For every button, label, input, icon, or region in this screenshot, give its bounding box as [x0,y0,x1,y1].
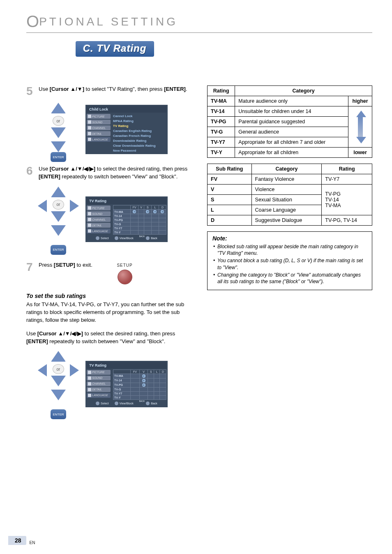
osd-tab: DETAIL [87,131,111,136]
osd-header: TV Rating [87,362,166,369]
arrow-right-icon [70,200,79,212]
arrow-down-icon [51,127,66,138]
dpad-or-label: or [53,200,64,210]
osd-tab: SOUND [87,211,111,216]
dpad-illustration: or ENTER [39,351,78,417]
osd-tab: CHANNEL [87,125,111,130]
dpad-illustration: or ENTER [39,103,78,156]
sub-ratings-para1: As for TV-MA, TV-14, TV-PG, or TV-Y7, yo… [26,301,191,324]
note-title: Note: [212,235,367,242]
osd-tab: LANGUAGE [87,137,111,142]
arrow-up-icon [356,111,366,117]
note-item: Blocked sub rating will appear beside th… [212,243,367,256]
lower-label: lower [348,148,372,158]
arrow-left-icon [38,364,47,376]
rating-table: Rating Category TV-MA Mature audience on… [207,85,372,158]
rating-th-cat: Category [235,86,372,96]
setup-button-illustration: SETUP [117,263,132,285]
osd-tab: SOUND [87,376,111,381]
osd-rating-grid: FVVSLD TV-MA⊘ TV-14⊘ TV-PG⊘ TV-G TV-Y7 T… [111,369,166,400]
step7-number: 7 [26,261,35,285]
arrow-down-icon [51,390,66,400]
sub-ratings-para2: Use [Cursor ▲/▼/◀/▶] to select the desir… [26,330,191,346]
arrow-left-icon [38,200,47,212]
section-title-badge: C. TV Rating [76,41,154,57]
osd-tab: PICTURE [87,370,111,375]
osd-tab: CHANNEL [87,217,111,222]
step6-text: Use [Cursor ▲/▼/◀/▶] to select the desir… [39,165,191,181]
step7-text: Press [SETUP] to exit. SETUP [39,261,191,285]
osd-tab: DETAIL [87,223,111,228]
osd-tab: SOUND [87,120,111,125]
note-box: Note: Blocked sub rating will appear bes… [207,231,372,290]
note-item: You cannot block a sub rating (D, L, S o… [212,257,367,270]
header-rule [26,32,372,33]
osd-header: TV Rating [87,198,166,204]
arrow-down-icon [51,141,66,152]
osd-tvrating-panel: TV Rating PICTURE SOUND CHANNEL DETAIL L… [85,361,168,407]
osd-tab: LANGUAGE [87,393,111,398]
rating-arrow-cell [348,106,372,148]
arrow-down-icon [51,225,66,236]
osd-tab: CHANNEL [87,381,111,386]
sub-ratings-heading: To set the sub ratings [26,293,191,299]
dpad-illustration: or ENTER [39,187,78,252]
page-header: OPTIONAL SETTING [26,12,372,31]
osd-tab: PICTURE [87,114,111,119]
osd-rating-grid: FVVSLD TV-MA⊘⊘⊘⊘ TV-14 TV-PG TV-G TV-Y7 … [111,205,166,235]
osd-header: Child Lock [87,106,166,113]
osd-tab: DETAIL [87,387,111,392]
arrow-down-icon [356,137,366,143]
rating-th-code: Rating [208,86,235,96]
header-cap: O [26,12,39,30]
enter-button-icon: ENTER [51,409,66,419]
osd-tvrating-panel: TV Rating PICTURE SOUND CHANNEL DETAIL L… [85,196,168,242]
header-text: PTIONAL SETTING [39,15,178,28]
arrow-down-icon [51,211,66,222]
osd-tab: LANGUAGE [87,229,111,233]
page-number-badge: 28 EN [8,536,35,545]
enter-button-icon: ENTER [51,245,66,255]
arrow-up-icon [51,351,66,362]
osd-footer: Select View/Block BACKBack [87,235,166,241]
osd-tab: PICTURE [87,205,111,210]
osd-childlock-panel: Child Lock PICTURE SOUND CHANNEL DETAIL … [85,105,168,154]
step5-text: Use [Cursor ▲/▼] to select "TV Rating", … [39,85,191,97]
step6-number: 6 [26,165,35,181]
note-item: Changing the category to "Block" or "Vie… [212,272,367,285]
arrow-up-icon [51,103,66,113]
arrow-up-icon [51,187,66,197]
enter-button-icon: ENTER [51,152,66,162]
dpad-or-label: or [53,364,64,374]
arrow-right-icon [70,364,79,376]
osd-menu-list: Cannel Lock MPAA Rating TV Rating Canadi… [111,113,166,153]
higher-label: higher [348,96,372,106]
step5-number: 5 [26,85,35,97]
dpad-or-label: or [53,116,64,126]
subrating-table: Sub Rating Category Rating FV Fantasy Vi… [207,164,372,226]
osd-footer: Select View/Block BACKBack [87,400,166,406]
arrow-down-icon [51,376,66,386]
